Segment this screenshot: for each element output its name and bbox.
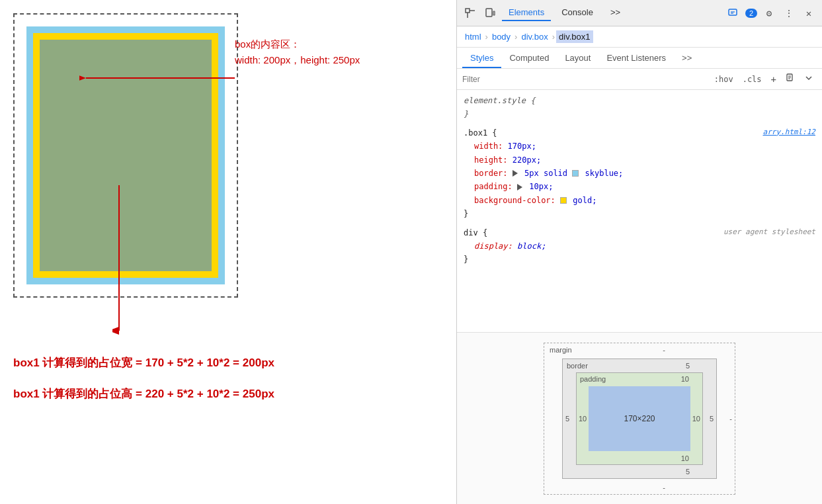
css-prop-padding: padding: 10px;: [464, 180, 815, 193]
comment-icon[interactable]: [725, 5, 741, 21]
bm-padding-val-right: 10: [692, 415, 700, 423]
css-div-close: }: [464, 253, 815, 266]
css-prop-width: width: 170px;: [464, 140, 815, 153]
tab-more-inner[interactable]: >>: [674, 49, 700, 68]
breadcrumb-bar: html › body › div.box › div.box1: [457, 26, 822, 48]
bm-padding-val-top: 10: [681, 375, 689, 383]
svg-rect-5: [486, 9, 492, 17]
filter-input[interactable]: [462, 75, 707, 84]
css-prop-val-padding: 10px;: [529, 182, 553, 191]
tab-more[interactable]: >>: [604, 5, 627, 21]
bm-border-label: border: [567, 362, 588, 370]
bm-margin-dash-top: -: [663, 346, 665, 354]
css-prop-name-display: display:: [474, 241, 517, 251]
box-model-panel: margin - - - - border 5 5 5 5 padding 10…: [457, 332, 822, 504]
bm-border-layer: border 5 5 5 5 padding 10 10 10 10 170×2…: [562, 358, 717, 479]
bm-margin-dash-bottom: -: [663, 483, 665, 491]
css-prop-val-display: block;: [517, 241, 546, 251]
breadcrumb-html[interactable]: html: [462, 30, 484, 43]
height-formula: box1 计算得到的占位高 = 220 + 5*2 + 10*2 = 250px: [13, 382, 274, 406]
css-prop-val-border: 5px solid: [524, 169, 572, 178]
gold-padding-box: [33, 33, 218, 278]
device-toggle-icon[interactable]: [482, 5, 498, 21]
breadcrumb-divbox[interactable]: div.box: [518, 30, 550, 43]
css-prop-val-bgcolor: gold;: [573, 196, 596, 205]
breadcrumb-sep3: ›: [552, 32, 555, 42]
css-box1-close: }: [464, 207, 815, 220]
css-prop-val-height: 220px;: [513, 155, 541, 165]
bm-padding-label: padding: [580, 375, 606, 383]
css-user-agent-label: user agent stylesheet: [723, 226, 815, 239]
css-box1-selector: .box1 {: [464, 128, 497, 138]
tab-styles[interactable]: Styles: [462, 49, 501, 68]
devtools-topbar: Elements Console >> 2 ⚙ ⋮ ✕: [457, 0, 822, 26]
page-icon[interactable]: [782, 72, 798, 86]
bm-margin-label: margin: [550, 346, 572, 354]
css-selector-text: element.style {: [464, 96, 535, 105]
css-prop-border: border: 5px solid skyblue;: [464, 167, 815, 180]
css-source-link[interactable]: arry.html:12: [763, 126, 815, 139]
css-padding-triangle[interactable]: [517, 184, 522, 190]
css-border-triangle[interactable]: [513, 170, 518, 177]
css-rule-box1: .box1 { arry.html:12 width: 170px; heigh…: [464, 126, 815, 221]
inspect-icon[interactable]: [462, 5, 478, 21]
css-div-selector: div {: [464, 228, 487, 237]
svg-rect-2: [466, 9, 470, 13]
css-prop-name-bgcolor: background-color:: [474, 196, 560, 205]
tab-elements[interactable]: Elements: [502, 5, 551, 21]
inner-tabs-bar: Styles Computed Layout Event Listeners >…: [457, 48, 822, 69]
css-prop-bgcolor: background-color: gold;: [464, 194, 815, 207]
tab-computed[interactable]: Computed: [501, 49, 557, 68]
bm-content-box: 170×220: [589, 386, 690, 451]
bm-border-val-bottom: 5: [686, 468, 690, 476]
css-prop-name-border: border:: [474, 169, 513, 178]
css-box1-selector-line: .box1 { arry.html:12: [464, 126, 815, 140]
css-prop-val-border-color: skyblue;: [585, 169, 624, 178]
svg-rect-6: [493, 11, 495, 15]
breadcrumb-sep1: ›: [485, 32, 488, 42]
tab-event-listeners[interactable]: Event Listeners: [598, 49, 674, 68]
css-selector-element-style: element.style {: [464, 94, 815, 107]
settings-icon[interactable]: ⚙: [761, 5, 777, 21]
bm-padding-layer: padding 10 10 10 10 170×220: [576, 372, 703, 465]
add-style-icon[interactable]: +: [768, 73, 780, 86]
cls-filter[interactable]: .cls: [739, 73, 765, 85]
width-formula: box1 计算得到的占位宽 = 170 + 5*2 + 10*2 = 200px: [13, 351, 274, 375]
bm-margin-right: -: [729, 415, 732, 423]
notification-badge: 2: [745, 9, 757, 18]
box-model-diagram: margin - - - - border 5 5 5 5 padding 10…: [544, 343, 735, 495]
css-close-brace: }: [464, 107, 815, 120]
box-annotation: box的内容区： width: 200px，height: 250px: [235, 36, 360, 68]
box-diagram: [13, 13, 238, 298]
left-panel: box的内容区： width: 200px，height: 250px box1…: [0, 0, 456, 504]
close-icon[interactable]: ✕: [801, 5, 817, 21]
css-bgcolor-swatch[interactable]: [560, 197, 567, 204]
css-prop-name-padding: padding:: [474, 182, 517, 191]
vertical-arrow: [112, 185, 126, 337]
breadcrumb-divbox1[interactable]: div.box1: [556, 30, 593, 43]
skyblue-border-box: [26, 26, 225, 284]
more-options-icon[interactable]: ⋮: [781, 5, 797, 21]
annotation-line1: box的内容区：: [235, 36, 360, 52]
css-prop-height: height: 220px;: [464, 153, 815, 167]
horizontal-arrow: [79, 71, 235, 85]
css-div-selector-line: div { user agent stylesheet: [464, 226, 815, 239]
css-border-color-swatch[interactable]: [572, 170, 579, 177]
bm-padding-val-left: 10: [579, 415, 587, 423]
breadcrumb-sep2: ›: [514, 32, 517, 42]
css-rule-div: div { user agent stylesheet display: blo…: [464, 226, 815, 267]
hov-filter[interactable]: :hov: [711, 73, 737, 85]
css-prop-name-width: width:: [474, 142, 508, 151]
filter-bar: :hov .cls +: [457, 69, 822, 90]
bm-padding-val-bottom: 10: [681, 454, 689, 462]
expand-styles-icon[interactable]: [801, 72, 817, 86]
tab-layout[interactable]: Layout: [557, 49, 598, 68]
annotation-line2: width: 200px，height: 250px: [235, 52, 360, 68]
css-prop-display: display: block;: [464, 239, 815, 253]
bm-border-val-right: 5: [710, 415, 714, 423]
breadcrumb-body[interactable]: body: [489, 30, 513, 43]
tab-console[interactable]: Console: [555, 5, 600, 21]
bottom-annotations: box1 计算得到的占位宽 = 170 + 5*2 + 10*2 = 200px…: [13, 351, 274, 407]
bm-border-val-left: 5: [565, 415, 569, 423]
devtools-panel: Elements Console >> 2 ⚙ ⋮ ✕ html › body …: [456, 0, 822, 504]
